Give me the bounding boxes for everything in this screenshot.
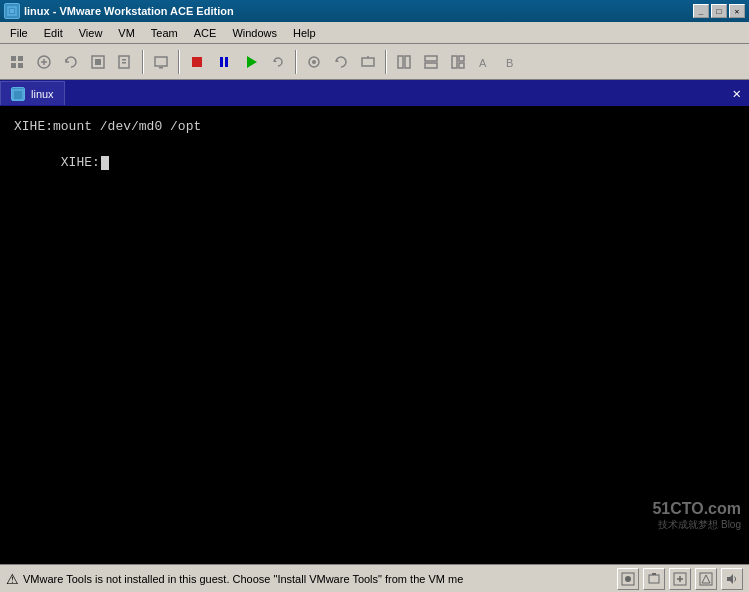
status-btn-volume[interactable] — [721, 568, 743, 590]
watermark-main: 51CTO.com — [652, 500, 741, 518]
menu-file[interactable]: File — [2, 25, 36, 41]
svg-text:B: B — [506, 57, 513, 69]
toolbar-sep-4 — [385, 50, 387, 74]
menu-help[interactable]: Help — [285, 25, 324, 41]
toolbar-power-off[interactable] — [184, 49, 210, 75]
svg-rect-3 — [18, 56, 23, 61]
svg-rect-2 — [11, 56, 16, 61]
svg-rect-8 — [95, 59, 101, 65]
toolbar-btn-5[interactable] — [112, 49, 138, 75]
terminal-line-1: XIHE:mount /dev/md0 /opt — [14, 118, 735, 136]
svg-rect-10 — [122, 59, 126, 61]
toolbar-group-snapshot — [301, 49, 381, 75]
svg-rect-25 — [425, 63, 437, 68]
svg-rect-36 — [652, 573, 656, 575]
svg-rect-16 — [225, 57, 228, 67]
svg-rect-15 — [220, 57, 223, 67]
toolbar-view-4[interactable]: A — [472, 49, 498, 75]
svg-rect-23 — [405, 56, 410, 68]
menu-bar: File Edit View VM Team ACE Windows Help — [0, 22, 749, 44]
toolbar-group-2 — [148, 49, 174, 75]
tab-vm-icon — [11, 87, 25, 101]
menu-edit[interactable]: Edit — [36, 25, 71, 41]
status-btn-2[interactable] — [643, 568, 665, 590]
svg-rect-20 — [362, 58, 374, 66]
svg-rect-35 — [649, 575, 659, 583]
menu-windows[interactable]: Windows — [224, 25, 285, 41]
toolbar-btn-screenshot[interactable] — [148, 49, 174, 75]
title-bar: linux - VMware Workstation ACE Edition _… — [0, 0, 749, 22]
svg-point-34 — [625, 576, 631, 582]
svg-rect-32 — [15, 92, 21, 98]
svg-rect-14 — [192, 57, 202, 67]
status-btn-3[interactable] — [669, 568, 691, 590]
toolbar-snapshot-2[interactable] — [328, 49, 354, 75]
toolbar-group-1 — [4, 49, 138, 75]
watermark: 51CTO.com 技术成就梦想 Blog — [652, 500, 741, 532]
status-btn-1[interactable] — [617, 568, 639, 590]
close-button[interactable]: ✕ — [729, 4, 745, 18]
svg-rect-24 — [425, 56, 437, 61]
tab-area: linux ✕ — [0, 80, 749, 106]
svg-rect-27 — [459, 56, 464, 61]
menu-view[interactable]: View — [71, 25, 111, 41]
minimize-button[interactable]: _ — [693, 4, 709, 18]
toolbar-sep-3 — [295, 50, 297, 74]
terminal-prompt: XIHE: — [61, 155, 100, 170]
menu-vm[interactable]: VM — [110, 25, 143, 41]
svg-rect-1 — [10, 9, 14, 13]
toolbar-group-power — [184, 49, 291, 75]
toolbar-btn-3[interactable] — [58, 49, 84, 75]
toolbar: A B — [0, 44, 749, 80]
terminal-output: XIHE:mount /dev/md0 /opt XIHE: — [0, 106, 749, 203]
tab-close-btn[interactable]: ✕ — [725, 85, 749, 102]
svg-rect-5 — [18, 63, 23, 68]
toolbar-btn-2[interactable] — [31, 49, 57, 75]
svg-marker-17 — [247, 56, 257, 68]
app-icon — [4, 3, 20, 19]
warning-icon: ⚠ — [6, 571, 19, 587]
toolbar-btn-4[interactable] — [85, 49, 111, 75]
svg-rect-13 — [159, 67, 163, 69]
toolbar-group-view: A B — [391, 49, 525, 75]
toolbar-reset[interactable] — [265, 49, 291, 75]
toolbar-sep-1 — [142, 50, 144, 74]
terminal-line-2: XIHE: — [14, 136, 735, 191]
svg-rect-4 — [11, 63, 16, 68]
toolbar-view-1[interactable] — [391, 49, 417, 75]
svg-point-19 — [312, 60, 316, 64]
toolbar-snapshot-3[interactable] — [355, 49, 381, 75]
toolbar-btn-1[interactable] — [4, 49, 30, 75]
svg-rect-11 — [122, 62, 126, 64]
toolbar-pause[interactable] — [211, 49, 237, 75]
toolbar-view-2[interactable] — [418, 49, 444, 75]
toolbar-play[interactable] — [238, 49, 264, 75]
toolbar-view-5[interactable]: B — [499, 49, 525, 75]
status-text: VMware Tools is not installed in this gu… — [23, 573, 613, 585]
svg-rect-28 — [459, 63, 464, 68]
toolbar-view-3[interactable] — [445, 49, 471, 75]
window-title: linux - VMware Workstation ACE Edition — [24, 5, 234, 17]
watermark-sub: 技术成就梦想 Blog — [652, 518, 741, 532]
window-controls: _ □ ✕ — [693, 4, 745, 18]
svg-marker-41 — [702, 575, 710, 583]
status-bar: ⚠ VMware Tools is not installed in this … — [0, 564, 749, 592]
svg-rect-12 — [155, 57, 167, 66]
svg-rect-26 — [452, 56, 457, 68]
menu-team[interactable]: Team — [143, 25, 186, 41]
menu-ace[interactable]: ACE — [186, 25, 225, 41]
svg-marker-42 — [727, 574, 733, 584]
terminal-cursor — [101, 156, 109, 170]
toolbar-snapshot-1[interactable] — [301, 49, 327, 75]
vm-display-area[interactable]: XIHE:mount /dev/md0 /opt XIHE: 51CTO.com… — [0, 106, 749, 564]
toolbar-sep-2 — [178, 50, 180, 74]
svg-rect-22 — [398, 56, 403, 68]
tab-label: linux — [31, 88, 54, 100]
svg-text:A: A — [479, 57, 487, 69]
vm-tab-linux[interactable]: linux — [0, 81, 65, 105]
status-right-controls — [617, 568, 743, 590]
status-btn-4[interactable] — [695, 568, 717, 590]
maximize-button[interactable]: □ — [711, 4, 727, 18]
